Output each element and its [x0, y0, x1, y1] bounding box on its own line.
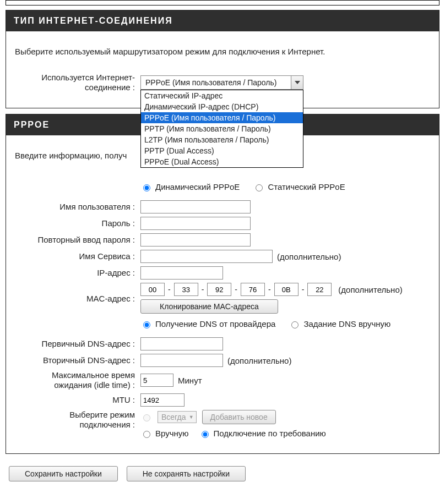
idle-minutes-label: Минут	[178, 376, 202, 385]
dns-mode-provider-radio[interactable]	[143, 321, 150, 328]
dns-mode-manual[interactable]: Задание DNS вручную	[289, 319, 390, 328]
connection-type-option[interactable]: PPTP (Имя пользователя / Пароль)	[141, 123, 303, 134]
connection-type-option[interactable]: PPPoE (Имя пользователя / Пароль)	[141, 112, 303, 123]
mac-seg-6[interactable]	[307, 283, 332, 296]
dns-secondary-label: Вторичный DNS-адрес :	[15, 355, 140, 365]
confirm-password-label: Повторный ввод пароля :	[15, 235, 140, 245]
mac-seg-2[interactable]	[174, 283, 198, 296]
clone-mac-button[interactable]: Клонирование MAC-адреса	[140, 299, 278, 314]
ip-field[interactable]	[140, 266, 223, 280]
service-label: Имя Сервиса :	[15, 251, 140, 261]
connection-type-dropdown[interactable]: Статический IP-адрес Динамический IP-адр…	[140, 90, 303, 168]
idle-field[interactable]	[140, 374, 173, 387]
mtu-label: MTU :	[15, 395, 140, 405]
dns-primary-field[interactable]	[140, 337, 223, 350]
mac-seg-1[interactable]	[140, 283, 165, 296]
service-optional-note: (дополнительно)	[277, 252, 341, 261]
conn-mode-always-radio[interactable]	[143, 414, 150, 421]
mac-seg-4[interactable]	[241, 283, 265, 296]
dns-mode-manual-radio[interactable]	[291, 321, 299, 328]
connection-type-option[interactable]: L2TP (Имя пользователя / Пароль)	[141, 134, 303, 145]
dns-mode-provider[interactable]: Получение DNS от провайдера	[140, 319, 275, 328]
connection-type-select[interactable]: PPPoE (Имя пользователя / Пароль) Статич…	[140, 75, 303, 90]
connection-type-option[interactable]: PPTP (Dual Access)	[141, 145, 303, 156]
top-border-bar	[6, 0, 439, 6]
dropdown-arrow-icon[interactable]	[291, 76, 303, 89]
username-label: Имя пользователя :	[15, 202, 140, 212]
conn-mode-manual-radio[interactable]	[143, 431, 150, 438]
conn-mode-always-select[interactable]: Всегда	[158, 411, 197, 423]
service-field[interactable]	[140, 250, 273, 263]
dns-secondary-field[interactable]	[140, 354, 223, 367]
conn-mode-manual[interactable]: Вручную	[140, 429, 189, 438]
password-label: Пароль :	[15, 218, 140, 228]
username-field[interactable]	[140, 200, 251, 213]
conn-mode-label: Выберите режим подключения :	[15, 410, 140, 430]
connection-type-option[interactable]: Статический IP-адрес	[141, 90, 303, 101]
conn-mode-ondemand[interactable]: Подключение по требованию	[199, 429, 326, 438]
conn-mode-ondemand-radio[interactable]	[202, 431, 209, 438]
mac-label: MAC-адрес :	[15, 283, 140, 304]
mac-optional-note: (дополнительно)	[338, 285, 402, 294]
mac-seg-5[interactable]	[274, 283, 299, 296]
ip-label: IP-адрес :	[15, 268, 140, 278]
pppoe-mode-dynamic[interactable]: Динамический PPPoE	[140, 182, 240, 191]
dns-primary-label: Первичный DNS-адрес :	[15, 339, 140, 349]
mtu-field[interactable]	[140, 393, 184, 407]
dns-secondary-optional-note: (дополнительно)	[227, 356, 291, 365]
cancel-button[interactable]: Не сохранять настройки	[127, 466, 246, 481]
connection-type-selected: PPPoE (Имя пользователя / Пароль)	[141, 78, 291, 87]
idle-label: Максимальное время ожидания (idle time) …	[15, 370, 140, 390]
connection-type-label: Используется Интернет- соединение :	[15, 73, 140, 92]
connection-type-panel: ТИП ИНТЕРНЕТ-СОЕДИНЕНИЯ Выберите использ…	[6, 10, 439, 108]
mac-seg-3[interactable]	[207, 283, 231, 296]
add-new-button[interactable]: Добавить новое	[202, 410, 276, 424]
save-button[interactable]: Сохранить настройки	[9, 466, 118, 481]
connection-type-option[interactable]: PPPoE (Dual Access)	[141, 156, 303, 167]
pppoe-mode-static-radio[interactable]	[256, 184, 263, 191]
pppoe-mode-dynamic-radio[interactable]	[143, 184, 150, 191]
connection-type-option[interactable]: Динамический IP-адрес (DHCP)	[141, 101, 303, 112]
confirm-password-field[interactable]	[140, 233, 251, 246]
pppoe-mode-static[interactable]: Статический PPPoE	[253, 182, 345, 191]
connection-type-title: ТИП ИНТЕРНЕТ-СОЕДИНЕНИЯ	[6, 10, 439, 31]
password-field[interactable]	[140, 217, 251, 230]
connection-type-intro: Выберите используемый маршрутизатором ре…	[15, 47, 430, 56]
